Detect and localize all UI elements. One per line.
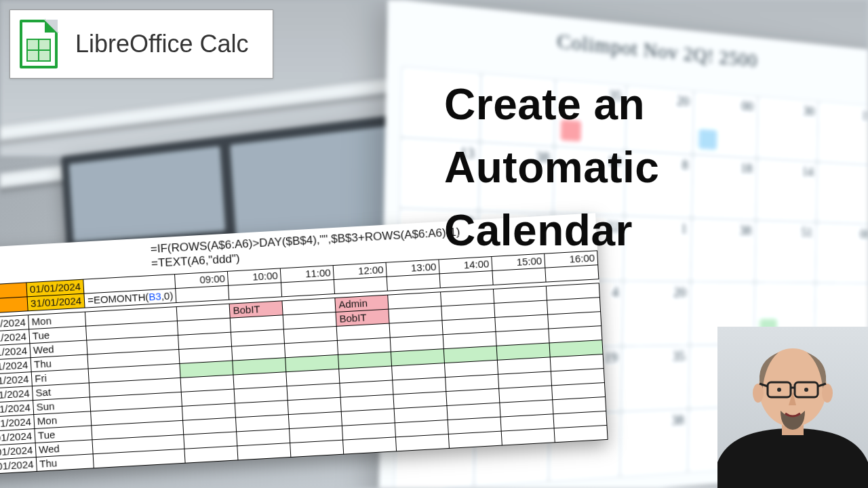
svg-point-10 <box>777 388 781 392</box>
date-cell[interactable]: 11/01/2024 <box>0 457 37 474</box>
cell[interactable] <box>502 428 555 445</box>
cell[interactable] <box>396 434 450 451</box>
cell[interactable] <box>343 436 397 453</box>
presenter-photo <box>717 327 868 488</box>
cell[interactable] <box>290 440 344 457</box>
svg-point-4 <box>822 384 833 403</box>
title-line: Calendar <box>444 199 770 262</box>
libreoffice-badge: LibreOffice Calc <box>9 9 273 79</box>
libreoffice-calc-icon <box>20 20 58 68</box>
title-text: Create an Automatic Calendar <box>444 73 770 262</box>
svg-point-3 <box>753 384 764 403</box>
libreoffice-app-name: LibreOffice Calc <box>75 30 248 58</box>
cell[interactable] <box>449 431 502 448</box>
wall-calendar-cell <box>816 162 868 224</box>
cell[interactable] <box>237 443 291 460</box>
calendar-table: Start01/01/202409:0010:0011:0012:0013:00… <box>0 250 608 474</box>
wall-calendar-cell: 35 <box>621 345 690 411</box>
wall-calendar-cell: 38 <box>620 409 688 476</box>
wall-calendar-cell: 08 <box>816 222 868 283</box>
title-line: Create an <box>444 73 770 136</box>
wall-calendar-cell: 20 <box>622 281 690 346</box>
svg-point-11 <box>804 388 808 392</box>
cell[interactable] <box>184 445 238 462</box>
wall-calendar-cell: 19 <box>817 102 868 165</box>
title-line: Automatic <box>444 136 770 199</box>
cell[interactable] <box>554 425 608 442</box>
weekday-cell[interactable]: Thu <box>36 453 94 471</box>
